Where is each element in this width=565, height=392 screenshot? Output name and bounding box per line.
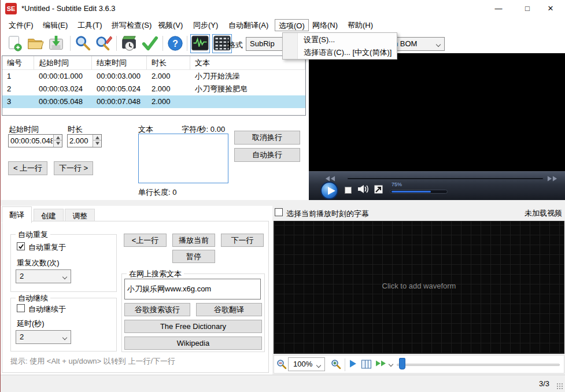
menu-network[interactable]: 网络(N) xyxy=(309,19,341,31)
unbreak-button[interactable]: 取消换行 xyxy=(234,131,300,145)
video-display[interactable] xyxy=(309,53,565,171)
replace-button[interactable] xyxy=(94,34,113,53)
zoom-in-button[interactable] xyxy=(331,359,341,371)
cell-text xyxy=(190,95,305,108)
prev-line-button-bottom[interactable]: <上一行 xyxy=(124,234,167,247)
play-button[interactable] xyxy=(320,182,338,199)
svg-text:?: ? xyxy=(172,39,178,49)
google-search-button[interactable]: 谷歌搜索该行 xyxy=(124,303,190,316)
menu-item-settings[interactable]: 设置(S)... xyxy=(298,34,397,46)
cell-number: 2 xyxy=(2,83,34,95)
position-slider-track[interactable] xyxy=(397,364,560,366)
playback-speed-button[interactable] xyxy=(375,359,388,369)
volume-slider[interactable] xyxy=(390,190,448,194)
menu-file[interactable]: 文件(F) xyxy=(5,19,37,31)
fullscreen-button[interactable] xyxy=(374,185,383,195)
table-row-selected[interactable]: 3 00:00:05.048 00:00:07.048 2.000 xyxy=(2,95,305,108)
prev-line-button[interactable]: < 上一行 xyxy=(8,161,47,175)
cell-end: 00:00:03.000 xyxy=(92,70,147,83)
navigation-hint: 提示: 使用 <Alt + up/down> 以转到 上一行/下一行 xyxy=(10,356,175,367)
stop-button[interactable] xyxy=(345,187,352,194)
cell-end: 00:00:05.024 xyxy=(92,83,147,95)
help-button[interactable]: ? xyxy=(166,34,184,53)
cell-text: 小刀弯腰捡肥皂 xyxy=(190,83,305,95)
menu-sync[interactable]: 同步(Y) xyxy=(190,19,221,31)
free-dictionary-button[interactable]: The Free Dictionary xyxy=(124,320,262,333)
zoom-level-value: 100% xyxy=(293,360,312,368)
zoom-out-button[interactable] xyxy=(276,359,287,371)
menu-spellcheck[interactable]: 拼写检查(S) xyxy=(108,19,155,31)
select-current-subtitle-checkbox[interactable] xyxy=(275,208,283,216)
find-button[interactable] xyxy=(73,34,92,53)
format-value: SubRip xyxy=(250,39,275,48)
volume-icon[interactable] xyxy=(357,184,370,195)
auto-repeat-checkbox-label: 自动重复于 xyxy=(28,242,66,253)
column-header-duration[interactable]: 时长 xyxy=(147,56,190,69)
menu-video[interactable]: 视频(V) xyxy=(154,19,186,31)
delay-dropdown[interactable]: 2 xyxy=(16,330,71,344)
spinner-buttons[interactable] xyxy=(53,135,62,147)
checkmark-icon xyxy=(18,243,24,250)
cell-start: 00:00:03.024 xyxy=(34,83,92,95)
duration-input[interactable] xyxy=(68,135,92,147)
options-popup-menu: 设置(S)... 选择语言(C)... [中文(简体)] xyxy=(282,32,397,60)
autobreak-button[interactable]: 自动换行 xyxy=(234,148,300,162)
pause-button[interactable]: 暂停 xyxy=(172,250,215,263)
subtitle-text-area[interactable] xyxy=(138,134,228,183)
play-current-button[interactable]: 播放当前 xyxy=(172,234,215,247)
open-folder-icon xyxy=(27,35,44,52)
menu-edit[interactable]: 编辑(E) xyxy=(39,19,71,31)
repeat-count-dropdown[interactable]: 2 xyxy=(16,269,71,283)
search-text-input[interactable] xyxy=(124,279,261,299)
menu-autotranslate[interactable]: 自动翻译(A) xyxy=(225,19,272,31)
resize-grip-icon[interactable] xyxy=(556,383,563,390)
table-row[interactable]: 1 00:00:01.000 00:00:03.000 2.000 小刀开始洗澡 xyxy=(2,70,305,83)
toolbar-separator xyxy=(163,36,163,51)
waveform-canvas[interactable]: Click to add waveform xyxy=(274,221,564,354)
duration-label: 时长 xyxy=(68,124,83,135)
menu-help[interactable]: 帮助(H) xyxy=(344,19,376,31)
position-slider-thumb[interactable] xyxy=(399,358,405,369)
close-button[interactable]: ✕ xyxy=(537,0,564,17)
translate-tab-page: 自动重复 自动重复于 重复次数(次) 2 自动继续 自动继续于 延时(秒) 2 … xyxy=(2,221,269,373)
new-file-icon xyxy=(6,35,23,52)
column-header-end[interactable]: 结束时间 xyxy=(92,56,147,69)
column-header-number[interactable]: 编号 xyxy=(2,56,34,69)
column-header-start[interactable]: 起始时间 xyxy=(34,56,92,69)
duration-spinner[interactable] xyxy=(67,134,102,147)
next-line-button[interactable]: 下一行 > xyxy=(54,161,93,175)
menu-item-choose-language[interactable]: 选择语言(C)... [中文(简体)] xyxy=(298,46,397,59)
cell-start: 00:00:01.000 xyxy=(34,70,92,83)
auto-repeat-checkbox[interactable] xyxy=(17,242,25,250)
visual-sync-button[interactable] xyxy=(120,34,138,53)
wikipedia-button[interactable]: Wikipedia xyxy=(124,336,262,350)
toggle-waveform-button[interactable] xyxy=(190,34,210,53)
zoom-level-combobox[interactable]: 100% xyxy=(288,357,325,371)
spell-check-button[interactable] xyxy=(141,34,159,53)
select-current-subtitle-label: 选择当前播放时刻的字幕 xyxy=(286,209,369,219)
seek-forward-icon[interactable] xyxy=(547,175,560,182)
menu-tools[interactable]: 工具(T) xyxy=(74,19,106,31)
new-file-button[interactable] xyxy=(5,34,24,53)
toolbar-separator xyxy=(116,36,117,51)
start-time-spinner[interactable] xyxy=(8,134,62,147)
tab-translate[interactable]: 翻译 xyxy=(2,206,32,223)
show-columns-button[interactable] xyxy=(361,359,372,371)
auto-continue-checkbox[interactable] xyxy=(17,304,25,312)
repeat-count-value: 2 xyxy=(20,272,24,280)
minimize-button[interactable]: — xyxy=(485,0,512,17)
start-time-input[interactable] xyxy=(9,135,53,147)
menu-options[interactable]: 选项(O) xyxy=(275,19,309,31)
waveform-play-button[interactable] xyxy=(349,359,357,370)
save-button[interactable] xyxy=(47,34,65,53)
open-file-button[interactable] xyxy=(26,34,45,53)
spin-up-icon xyxy=(95,136,99,139)
auto-continue-checkbox-label: 自动继续于 xyxy=(28,304,66,315)
next-line-button-bottom[interactable]: 下一行 xyxy=(221,234,264,247)
seek-back-icon[interactable] xyxy=(325,175,338,182)
seek-bar[interactable] xyxy=(347,177,544,180)
google-translate-button[interactable]: 谷歌翻译 xyxy=(196,303,262,316)
spinner-buttons[interactable] xyxy=(93,135,101,147)
table-row[interactable]: 2 00:00:03.024 00:00:05.024 2.000 小刀弯腰捡肥… xyxy=(2,83,305,95)
cell-number: 3 xyxy=(2,95,34,108)
